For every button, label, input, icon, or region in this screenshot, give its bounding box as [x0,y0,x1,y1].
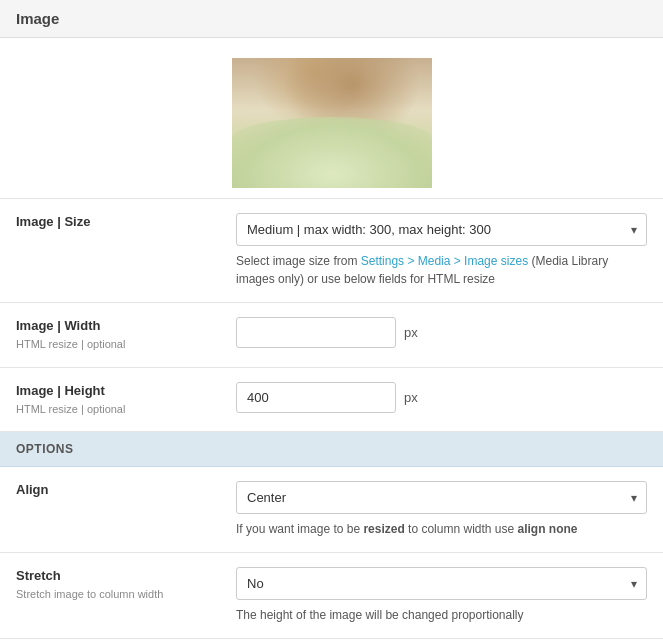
stretch-content: No Yes ▾ The height of the image will be… [236,567,647,624]
align-content: None Left Center Right ▾ If you want ima… [236,481,647,538]
stretch-subtitle: Stretch image to column width [16,587,220,602]
image-width-unit: px [404,325,418,340]
stretch-title: Stretch [16,567,220,585]
image-width-subtitle: HTML resize | optional [16,337,220,352]
image-height-subtitle: HTML resize | optional [16,402,220,417]
align-select-wrapper[interactable]: None Left Center Right ▾ [236,481,647,514]
options-header-label: OPTIONS [16,442,74,456]
image-preview-area [0,38,663,199]
image-width-input[interactable] [236,317,396,348]
image-height-label: Image | Height HTML resize | optional [16,382,236,418]
page-header: Image [0,0,663,38]
stretch-select[interactable]: No Yes [236,567,647,600]
image-width-row: Image | Width HTML resize | optional px [0,303,663,368]
image-size-help-text: Select image size from Settings > Media … [236,252,647,288]
stretch-label: Stretch Stretch image to column width [16,567,236,603]
stretch-help-text: The height of the image will be changed … [236,606,647,624]
image-height-content: px [236,382,647,413]
align-label: Align [16,481,236,499]
options-header: OPTIONS [0,432,663,467]
image-width-input-group: px [236,317,647,348]
image-preview [232,58,432,188]
image-height-input[interactable] [236,382,396,413]
align-select[interactable]: None Left Center Right [236,481,647,514]
stretch-select-wrapper[interactable]: No Yes ▾ [236,567,647,600]
image-size-title: Image | Size [16,213,220,231]
image-width-content: px [236,317,647,348]
image-size-label: Image | Size [16,213,236,231]
settings-link[interactable]: Settings > Media > Image sizes [361,254,528,268]
align-title: Align [16,481,220,499]
image-width-title: Image | Width [16,317,220,335]
image-height-title: Image | Height [16,382,220,400]
image-height-row: Image | Height HTML resize | optional px [0,368,663,433]
image-height-unit: px [404,390,418,405]
page-title: Image [16,10,59,27]
image-size-row: Image | Size Thumbnail | max width: 150,… [0,199,663,303]
image-size-select[interactable]: Thumbnail | max width: 150, max height: … [236,213,647,246]
align-row: Align None Left Center Right ▾ If you wa… [0,467,663,553]
align-help-text: If you want image to be resized to colum… [236,520,647,538]
image-height-input-group: px [236,382,647,413]
image-size-select-wrapper[interactable]: Thumbnail | max width: 150, max height: … [236,213,647,246]
image-size-content: Thumbnail | max width: 150, max height: … [236,213,647,288]
stretch-row: Stretch Stretch image to column width No… [0,553,663,639]
image-width-label: Image | Width HTML resize | optional [16,317,236,353]
